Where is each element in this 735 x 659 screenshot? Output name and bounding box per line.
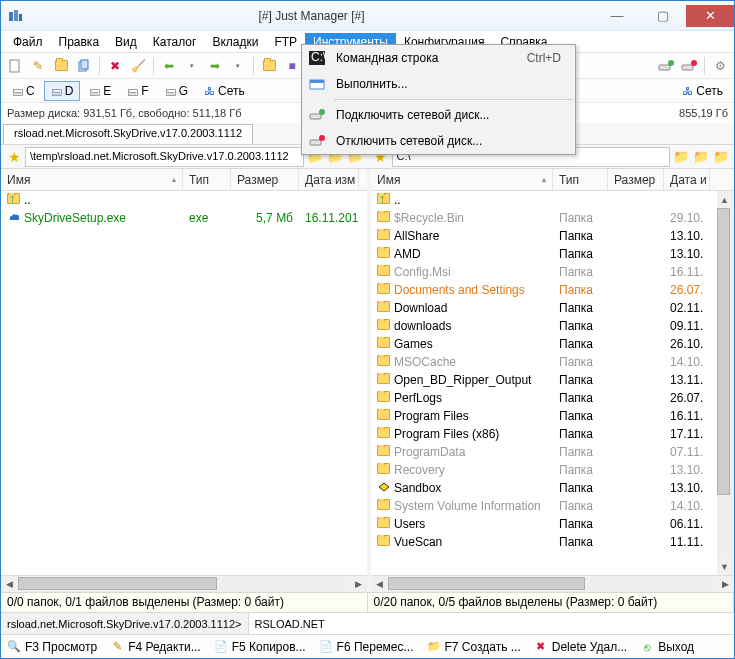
- file-list-left[interactable]: ..SkyDriveSetup.exeexe5,7 Мб16.11.201: [1, 191, 367, 575]
- drive-f[interactable]: 🖴F: [120, 81, 155, 101]
- drive-c[interactable]: 🖴C: [5, 81, 42, 101]
- column-header[interactable]: Тип: [183, 169, 231, 190]
- list-item[interactable]: Open_BD_Ripper_OutputПапка13.11.: [371, 371, 734, 389]
- fkey-icon: 📄: [214, 640, 228, 654]
- fkey-button[interactable]: 📁F7 Создать ...: [421, 638, 527, 656]
- list-item[interactable]: SkyDriveSetup.exeexe5,7 Мб16.11.201: [1, 209, 367, 227]
- folder-icon: [377, 301, 391, 315]
- copy-icon[interactable]: [74, 56, 94, 76]
- drive-icon: 🖴: [51, 85, 62, 97]
- svg-text:C:\: C:\: [311, 51, 325, 64]
- list-item[interactable]: MSOCacheПапка14.10.: [371, 353, 734, 371]
- net-connect-icon[interactable]: [656, 56, 676, 76]
- right-pane: Имя ▴ТипРазмерДата и ..$Recycle.BinПапка…: [371, 169, 734, 592]
- menu-правка[interactable]: Правка: [51, 33, 108, 51]
- column-header[interactable]: Размер: [608, 169, 664, 190]
- fkey-icon: ✎: [110, 640, 124, 654]
- svg-rect-8: [682, 65, 693, 70]
- tab-left[interactable]: rsload.net.Microsoft.SkyDrive.v17.0.2003…: [3, 124, 253, 144]
- fkey-icon: ✖: [534, 640, 548, 654]
- list-item[interactable]: GamesПапка26.10.: [371, 335, 734, 353]
- list-item[interactable]: VueScanПапка11.11.: [371, 533, 734, 551]
- up-folder-icon[interactable]: [259, 56, 279, 76]
- close-button[interactable]: ✕: [686, 5, 734, 27]
- list-item[interactable]: ProgramDataПапка07.11.: [371, 443, 734, 461]
- new-file-icon[interactable]: [5, 56, 25, 76]
- minimize-button[interactable]: —: [594, 5, 640, 27]
- menu-ftp[interactable]: FTP: [266, 33, 305, 51]
- drive-e[interactable]: 🖴E: [82, 81, 118, 101]
- list-item[interactable]: SandboxПапка13.10.: [371, 479, 734, 497]
- list-item[interactable]: downloadsПапка09.11.: [371, 317, 734, 335]
- list-item[interactable]: AMDПапка13.10.: [371, 245, 734, 263]
- column-header[interactable]: Размер: [231, 169, 299, 190]
- network-button-left[interactable]: 🖧Сеть: [197, 81, 252, 101]
- path-folder-root-icon-right[interactable]: 📁: [712, 148, 730, 166]
- svg-rect-14: [310, 114, 321, 119]
- list-item[interactable]: PerfLogsПапка26.07.: [371, 389, 734, 407]
- list-item[interactable]: $Recycle.BinПапка29.10.: [371, 209, 734, 227]
- list-item[interactable]: System Volume InformationПапка14.10.: [371, 497, 734, 515]
- forward-button[interactable]: ➡: [205, 56, 225, 76]
- scrollbar-vertical-right[interactable]: ▲▼: [717, 191, 734, 575]
- path-input-left[interactable]: \temp\rsload.net.Microsoft.SkyDrive.v17.…: [25, 147, 304, 167]
- fkey-button[interactable]: 🔍F3 Просмотр: [1, 638, 103, 656]
- menu-item-cmd[interactable]: C:\Командная строкаCtrl+D: [302, 45, 575, 71]
- scrollbar-horizontal-left[interactable]: ◀▶: [1, 575, 367, 592]
- fkey-button[interactable]: ✖Delete Удал...: [528, 638, 633, 656]
- path-folder-up-icon-right[interactable]: 📁: [672, 148, 690, 166]
- path-folder-back-icon-right[interactable]: 📁: [692, 148, 710, 166]
- network-button-right[interactable]: 🖧Сеть: [675, 81, 730, 101]
- fkey-button[interactable]: 📄F5 Копиров...: [208, 638, 312, 656]
- fkey-button[interactable]: 📄F6 Перемес...: [313, 638, 420, 656]
- list-item[interactable]: Program FilesПапка16.11.: [371, 407, 734, 425]
- column-header[interactable]: Тип: [553, 169, 608, 190]
- new-folder-icon[interactable]: [51, 56, 71, 76]
- drive-g[interactable]: 🖴G: [158, 81, 195, 101]
- back-dropdown[interactable]: ▾: [182, 56, 202, 76]
- scrollbar-horizontal-right[interactable]: ◀▶: [371, 575, 734, 592]
- list-item[interactable]: ..: [1, 191, 367, 209]
- column-header[interactable]: Дата изм: [299, 169, 359, 190]
- list-item[interactable]: Config.MsiПапка16.11.: [371, 263, 734, 281]
- sky-icon: [7, 211, 21, 225]
- command-input[interactable]: [249, 613, 735, 634]
- list-item[interactable]: ..: [371, 191, 734, 209]
- edit-icon[interactable]: ✎: [28, 56, 48, 76]
- network-icon: 🖧: [682, 85, 693, 97]
- menu-item-net-disconnect[interactable]: Отключить сетевой диск...: [302, 128, 575, 154]
- menu-каталог[interactable]: Каталог: [145, 33, 205, 51]
- bookmark-icon[interactable]: ■: [282, 56, 302, 76]
- list-item[interactable]: Program Files (x86)Папка17.11.: [371, 425, 734, 443]
- menu-item-run[interactable]: Выполнить...: [302, 71, 575, 97]
- delete-icon[interactable]: ✖: [105, 56, 125, 76]
- column-header[interactable]: Дата и: [664, 169, 710, 190]
- back-button[interactable]: ⬅: [159, 56, 179, 76]
- menu-файл[interactable]: Файл: [5, 33, 51, 51]
- wipe-icon[interactable]: 🧹: [128, 56, 148, 76]
- menu-item-net-connect[interactable]: Подключить сетевой диск...: [302, 102, 575, 128]
- list-item[interactable]: UsersПапка06.11.: [371, 515, 734, 533]
- drive-d[interactable]: 🖴D: [44, 81, 81, 101]
- settings-gear-icon[interactable]: ⚙: [710, 56, 730, 76]
- sandbox-icon: [377, 481, 391, 495]
- net-disconnect-icon[interactable]: [679, 56, 699, 76]
- column-header[interactable]: Имя ▴: [371, 169, 553, 190]
- fkey-button[interactable]: ⎋Выход: [634, 638, 700, 656]
- column-header[interactable]: Имя ▴: [1, 169, 183, 190]
- svg-point-9: [691, 60, 697, 66]
- fkey-button[interactable]: ✎F4 Редакти...: [104, 638, 207, 656]
- favorites-star-icon[interactable]: ★: [5, 149, 23, 165]
- list-item[interactable]: RecoveryПапка13.10.: [371, 461, 734, 479]
- folder-icon: [377, 337, 391, 351]
- net-disconnect-icon: [308, 132, 326, 150]
- menu-вид[interactable]: Вид: [107, 33, 145, 51]
- forward-dropdown[interactable]: ▾: [228, 56, 248, 76]
- list-item[interactable]: AllShareПапка13.10.: [371, 227, 734, 245]
- maximize-button[interactable]: ▢: [640, 5, 686, 27]
- file-list-right[interactable]: ..$Recycle.BinПапка29.10.AllShareПапка13…: [371, 191, 734, 575]
- list-item[interactable]: DownloadПапка02.11.: [371, 299, 734, 317]
- titlebar[interactable]: [#] Just Manager [#] — ▢ ✕: [1, 1, 734, 31]
- list-item[interactable]: Documents and SettingsПапка26.07.: [371, 281, 734, 299]
- menu-вкладки[interactable]: Вкладки: [204, 33, 266, 51]
